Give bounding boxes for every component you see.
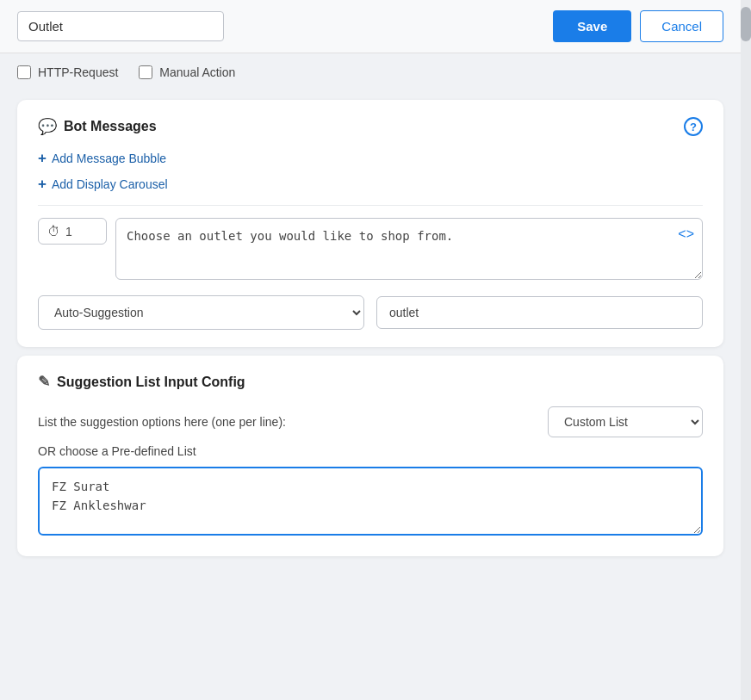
bubble-row: ⏱ 1 Choose an outlet you would like to s…	[38, 218, 703, 283]
help-icon[interactable]: ?	[684, 117, 703, 136]
http-request-checkbox-label[interactable]: HTTP-Request	[17, 65, 118, 79]
clock-icon: ⏱	[47, 224, 60, 238]
save-button[interactable]: Save	[553, 10, 631, 42]
bot-messages-card: 💬 Bot Messages ? + Add Message Bubble + …	[17, 100, 723, 347]
config-list-label: List the suggestion options here (one pe…	[38, 415, 286, 429]
suggestion-config-title: ✎ Suggestion List Input Config	[38, 373, 703, 391]
scrollbar-thumb[interactable]	[741, 7, 751, 41]
add-message-bubble-label: Add Message Bubble	[52, 152, 166, 165]
plus-icon-2: +	[38, 176, 47, 193]
config-predefined-label: OR choose a Pre-defined List	[38, 444, 703, 458]
cancel-button[interactable]: Cancel	[640, 10, 723, 42]
manual-action-checkbox[interactable]	[139, 65, 152, 79]
scrollbar-track	[741, 0, 751, 700]
edit-icon: ✎	[38, 373, 50, 391]
config-list-row: List the suggestion options here (one pe…	[38, 406, 703, 437]
bot-messages-header: 💬 Bot Messages ?	[38, 117, 703, 136]
header-actions: Save Cancel	[553, 10, 723, 42]
manual-action-label: Manual Action	[159, 65, 235, 79]
http-request-checkbox[interactable]	[17, 65, 31, 79]
bot-messages-title: 💬 Bot Messages	[38, 117, 157, 136]
suggestion-value-input[interactable]	[376, 296, 703, 329]
manual-action-checkbox-label[interactable]: Manual Action	[139, 65, 235, 79]
suggestion-config-title-text: Suggestion List Input Config	[57, 375, 245, 390]
checkbox-row: HTTP-Request Manual Action	[0, 53, 741, 91]
bubble-index: ⏱ 1	[38, 218, 107, 245]
config-list-textarea[interactable]: FZ Surat FZ Ankleshwar	[38, 467, 703, 536]
chat-icon: 💬	[38, 117, 57, 136]
suggestion-config-card: ✎ Suggestion List Input Config List the …	[17, 356, 723, 556]
plus-icon-1: +	[38, 150, 47, 167]
outlet-name-input[interactable]	[17, 11, 224, 41]
bubble-textarea-wrapper: Choose an outlet you would like to shop …	[115, 218, 703, 283]
code-icon[interactable]: <>	[678, 226, 694, 242]
http-request-label: HTTP-Request	[38, 65, 118, 79]
header-bar: Save Cancel	[0, 0, 741, 53]
help-icon-text: ?	[690, 121, 697, 133]
add-display-carousel-label: Add Display Carousel	[52, 177, 168, 191]
suggestion-row: Auto-Suggestion Custom List Pre-defined …	[38, 295, 703, 330]
suggestion-type-select[interactable]: Auto-Suggestion Custom List Pre-defined …	[38, 295, 364, 330]
bubble-index-number: 1	[65, 225, 72, 238]
add-message-bubble-link[interactable]: + Add Message Bubble	[38, 150, 703, 167]
divider-1	[38, 205, 703, 206]
config-list-type-select[interactable]: Custom List Pre-defined List	[548, 406, 703, 437]
bubble-message-textarea[interactable]: Choose an outlet you would like to shop …	[115, 218, 703, 280]
bot-messages-title-text: Bot Messages	[64, 119, 157, 134]
add-display-carousel-link[interactable]: + Add Display Carousel	[38, 176, 703, 193]
